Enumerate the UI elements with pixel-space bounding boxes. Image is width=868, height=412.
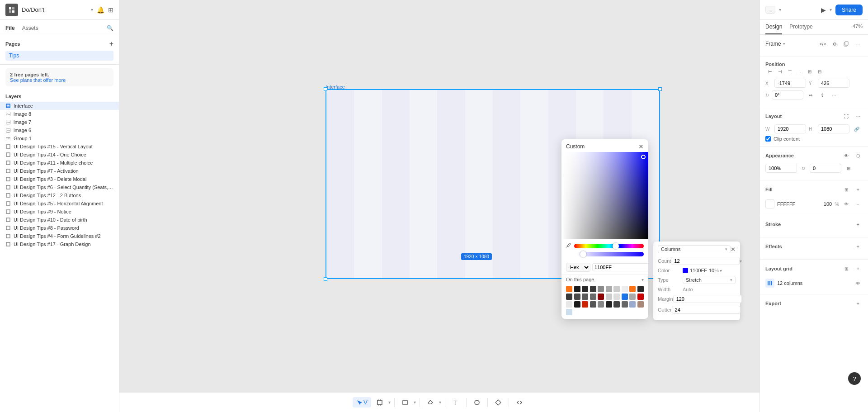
- color-swatch[interactable]: [574, 301, 580, 308]
- rs-dropdown-arrow[interactable]: ▾: [779, 7, 781, 12]
- color-swatch[interactable]: [629, 301, 636, 308]
- add-export-button[interactable]: +: [854, 299, 863, 308]
- pen-tool-button[interactable]: [424, 398, 437, 407]
- project-name[interactable]: Do/Don't: [22, 6, 87, 13]
- visibility-button[interactable]: 👁: [842, 151, 851, 160]
- clip-content-checkbox[interactable]: [765, 136, 771, 142]
- color-swatch[interactable]: [582, 301, 588, 308]
- add-effect-button[interactable]: +: [854, 242, 863, 251]
- color-swatch[interactable]: [613, 294, 620, 300]
- layer-item-tip6[interactable]: UI Design Tips #6 - Select Quantity (Sea…: [0, 183, 119, 191]
- color-swatch[interactable]: [613, 286, 620, 292]
- fill-opacity-value[interactable]: 100: [818, 201, 832, 207]
- color-swatch[interactable]: [606, 301, 612, 308]
- ellipse-tool-button[interactable]: [470, 398, 484, 407]
- count-input[interactable]: [671, 257, 740, 265]
- code-tool-button[interactable]: [513, 398, 526, 407]
- align-bottom-button[interactable]: ⊟: [815, 67, 824, 76]
- flip-h-button[interactable]: ⇔: [806, 90, 815, 99]
- color-swatch[interactable]: [582, 286, 588, 292]
- eyedropper-button[interactable]: [566, 242, 571, 249]
- see-plans-link[interactable]: See plans that offer more: [10, 77, 66, 83]
- assets-tab[interactable]: Assets: [22, 25, 38, 31]
- frame-tool-button[interactable]: [373, 398, 387, 407]
- layer-item-image6[interactable]: image 6: [0, 126, 119, 134]
- layout-more-button[interactable]: ···: [854, 112, 863, 121]
- fill-color-swatch[interactable]: [765, 199, 774, 208]
- help-button[interactable]: ?: [848, 372, 861, 385]
- layer-item-interface[interactable]: Interface: [0, 102, 119, 110]
- color-swatch[interactable]: [574, 294, 580, 300]
- hue-slider[interactable]: [574, 244, 644, 248]
- color-swatch[interactable]: [622, 286, 628, 292]
- gutter-input[interactable]: [672, 306, 741, 314]
- canvas-area[interactable]: Interface: [119, 0, 760, 392]
- rect-tool-button[interactable]: [398, 398, 412, 407]
- color-swatch[interactable]: [590, 301, 596, 308]
- layer-item-group1[interactable]: Group 1: [0, 134, 119, 142]
- layer-item-tip15[interactable]: UI Design Tips #15 - Vertical Layout: [0, 142, 119, 151]
- color-swatch[interactable]: [590, 286, 596, 292]
- layer-item-tip8[interactable]: UI Design Tips #8 - Password: [0, 224, 119, 232]
- height-input[interactable]: [818, 124, 849, 133]
- color-swatch[interactable]: [582, 294, 588, 300]
- search-button[interactable]: 🔍: [107, 25, 113, 31]
- color-swatch[interactable]: [629, 294, 636, 300]
- columns-type-dropdown[interactable]: Columns ▾: [658, 245, 731, 253]
- play-button[interactable]: ▶: [821, 6, 826, 14]
- color-swatch[interactable]: [598, 294, 604, 300]
- add-grid-button[interactable]: +: [854, 264, 863, 273]
- color-swatch[interactable]: [637, 286, 644, 292]
- play-dropdown-arrow[interactable]: ▾: [830, 7, 832, 12]
- text-tool-button[interactable]: T: [449, 398, 462, 407]
- color-swatch[interactable]: [566, 286, 572, 292]
- lock-ratio-button[interactable]: 🔗: [852, 124, 861, 133]
- color-swatch[interactable]: [613, 301, 620, 308]
- align-center-v-button[interactable]: ⊞: [805, 67, 814, 76]
- color-swatch[interactable]: [622, 294, 628, 300]
- frame-dropdown[interactable]: Frame ▾: [765, 41, 785, 47]
- share-button[interactable]: Share: [835, 5, 863, 15]
- grid-visibility-button[interactable]: 👁: [854, 279, 863, 288]
- align-top-button[interactable]: ⊥: [795, 67, 804, 76]
- add-fill-button[interactable]: +: [854, 185, 863, 194]
- layer-item-tip12[interactable]: UI Design Tips #12 - 2 Buttons: [0, 191, 119, 199]
- width-input[interactable]: [774, 124, 806, 133]
- fill-visibility-button[interactable]: 👁: [842, 199, 851, 208]
- layer-item-tip14[interactable]: UI Design Tips #14 - One Choice: [0, 151, 119, 159]
- page-item-tips[interactable]: Tips: [5, 51, 113, 61]
- layer-item-image8[interactable]: image 8: [0, 110, 119, 118]
- hue-thumb[interactable]: [613, 243, 619, 249]
- copy-icon-button[interactable]: [842, 39, 851, 48]
- notification-icon[interactable]: 🔔: [97, 6, 104, 14]
- settings-icon-button[interactable]: ⚙: [830, 39, 839, 48]
- layer-item-tip4[interactable]: UI Design Tips #4 - Form Guidelines #2: [0, 232, 119, 240]
- stretch-dropdown[interactable]: Stretch ▾: [683, 276, 736, 284]
- file-tab[interactable]: File: [5, 25, 15, 31]
- layout-icon[interactable]: ⊞: [108, 6, 113, 14]
- color-swatch[interactable]: [598, 286, 604, 292]
- component-tool-button[interactable]: [491, 398, 505, 407]
- fill-layout-button[interactable]: ⊞: [842, 185, 851, 194]
- color-swatch[interactable]: [606, 286, 612, 292]
- color-swatch[interactable]: [606, 294, 612, 300]
- align-left-button[interactable]: ⊢: [765, 67, 774, 76]
- color-picker-dot[interactable]: [641, 155, 646, 159]
- layer-item-tip7[interactable]: UI Design Tips #7 - Activation: [0, 167, 119, 175]
- y-input[interactable]: [818, 79, 849, 88]
- columns-close-button[interactable]: ✕: [731, 246, 736, 253]
- layer-item-tip10[interactable]: UI Design Tips #10 - Date of birth: [0, 216, 119, 224]
- layer-item-tip3[interactable]: UI Design Tips #3 - Delete Modal: [0, 175, 119, 183]
- radius-input[interactable]: [810, 164, 841, 173]
- layer-item-image7[interactable]: image 7: [0, 118, 119, 126]
- layer-item-tip11[interactable]: UI Design Tips #11 - Multiple choice: [0, 159, 119, 167]
- x-input[interactable]: [774, 79, 806, 88]
- color-swatch[interactable]: [637, 294, 644, 300]
- align-center-h-button[interactable]: ⊣: [775, 67, 784, 76]
- corner-options-button[interactable]: ⊞: [844, 164, 853, 173]
- more-icon-button[interactable]: ···: [854, 39, 863, 48]
- angle-input[interactable]: [772, 90, 803, 99]
- grid-columns-label[interactable]: 12 columns: [777, 280, 851, 286]
- opacity-slider[interactable]: [577, 252, 644, 256]
- color-format-select[interactable]: Hex RGB HSL: [566, 263, 590, 272]
